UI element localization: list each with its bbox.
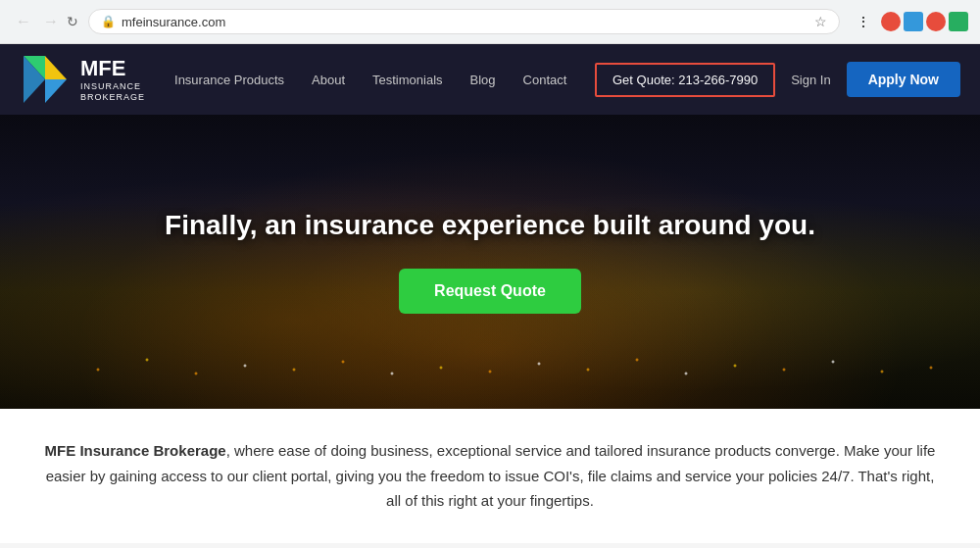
browser-chrome: ← → ↻ 🔒 mfeinsurance.com ☆ ⋮	[0, 0, 980, 44]
profile-dot-3	[926, 12, 946, 31]
nav-about[interactable]: About	[312, 73, 345, 87]
address-bar[interactable]: 🔒 mfeinsurance.com ☆	[88, 9, 840, 34]
nav-blog[interactable]: Blog	[470, 73, 496, 87]
logo-sub2: BROKERAGE	[80, 92, 145, 103]
apply-now-button[interactable]: Apply Now	[847, 62, 960, 97]
description-bold: MFE Insurance Brokerage	[45, 442, 226, 459]
nav-contact[interactable]: Contact	[523, 73, 567, 87]
nav-links: Insurance Products About Testimonials Bl…	[174, 73, 595, 87]
description-text: MFE Insurance Brokerage, where ease of d…	[39, 438, 941, 514]
nav-arrows: ← → ↻	[12, 11, 78, 32]
forward-button[interactable]: →	[39, 11, 63, 32]
svg-marker-0	[45, 56, 67, 79]
logo-sub1: INSURANCE	[80, 81, 145, 92]
sign-in-link[interactable]: Sign In	[791, 73, 830, 87]
logo-text: MFE INSURANCE BROKERAGE	[80, 56, 145, 103]
nav-testimonials[interactable]: Testimonials	[372, 73, 443, 87]
get-quote-button[interactable]: Get Quote: 213-266-7990	[595, 63, 775, 97]
profile-dot-2	[904, 12, 923, 31]
back-button[interactable]: ←	[12, 11, 35, 32]
profile-icons	[881, 12, 968, 31]
svg-marker-3	[45, 79, 67, 103]
bookmark-icon: ☆	[814, 14, 827, 29]
logo-area: MFE INSURANCE BROKERAGE	[20, 54, 145, 105]
lock-icon: 🔒	[101, 15, 116, 28]
hero-title: Finally, an insurance experience built a…	[165, 210, 815, 241]
description-section: MFE Insurance Brokerage, where ease of d…	[0, 409, 980, 543]
nav-insurance-products[interactable]: Insurance Products	[174, 73, 284, 87]
request-quote-button[interactable]: Request Quote	[399, 269, 581, 314]
hero-content: Finally, an insurance experience built a…	[165, 210, 815, 314]
logo-main: MFE	[80, 56, 145, 81]
extensions-button[interactable]: ⋮	[850, 8, 877, 35]
hero-section: Finally, an insurance experience built a…	[0, 115, 980, 409]
logo-icon	[20, 54, 71, 105]
navbar: MFE INSURANCE BROKERAGE Insurance Produc…	[0, 44, 980, 115]
browser-actions: ⋮	[850, 8, 968, 35]
refresh-button[interactable]: ↻	[67, 14, 78, 29]
profile-dot-4	[949, 12, 968, 31]
url-text: mfeinsurance.com	[122, 15, 808, 29]
profile-dot-1	[881, 12, 901, 31]
